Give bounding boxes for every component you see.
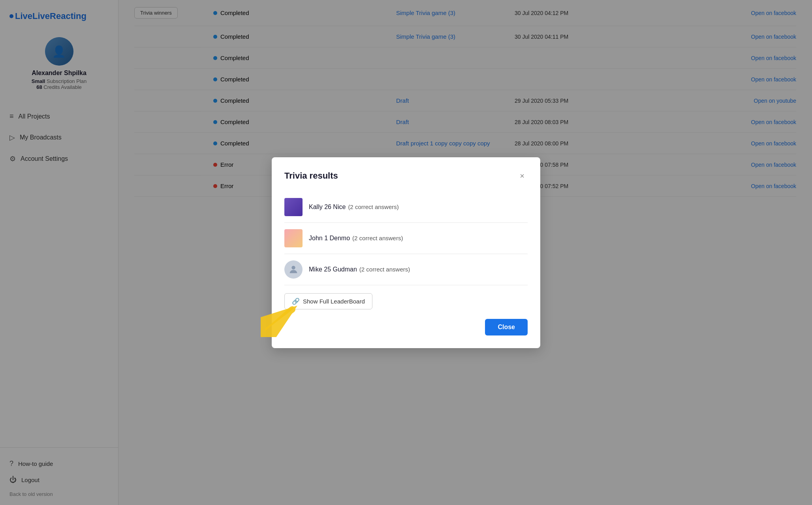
modal-overlay: Trivia results × Kally 26 Nice (2 correc… xyxy=(0,0,812,505)
winner-info: John 1 Denmo (2 correct answers) xyxy=(309,235,403,242)
winner-avatar-person xyxy=(284,260,303,279)
winner-info: Kally 26 Nice (2 correct answers) xyxy=(309,204,399,211)
winner-name: Kally 26 Nice xyxy=(309,204,346,211)
winner-score: (2 correct answers) xyxy=(348,204,398,210)
modal-close-button[interactable]: × xyxy=(517,170,528,182)
winner-info: Mike 25 Gudman (2 correct answers) xyxy=(309,266,410,273)
modal-title: Trivia results xyxy=(284,171,338,181)
winner-row: John 1 Denmo (2 correct answers) xyxy=(284,223,528,254)
link-icon: 🔗 xyxy=(292,298,300,305)
winner-name: John 1 Denmo xyxy=(309,235,350,242)
trivia-results-modal: Trivia results × Kally 26 Nice (2 correc… xyxy=(272,157,540,348)
winner-row: Kally 26 Nice (2 correct answers) xyxy=(284,192,528,223)
svg-point-0 xyxy=(291,266,295,269)
modal-close-action-button[interactable]: Close xyxy=(485,319,528,335)
show-leaderboard-button[interactable]: 🔗 Show Full LeaderBoard xyxy=(284,293,372,309)
winner-name: Mike 25 Gudman xyxy=(309,266,357,273)
leaderboard-btn-label: Show Full LeaderBoard xyxy=(303,298,365,305)
winner-avatar-gradient xyxy=(284,229,303,247)
modal-header: Trivia results × xyxy=(284,170,528,182)
winner-score: (2 correct answers) xyxy=(352,235,403,241)
winner-row: Mike 25 Gudman (2 correct answers) xyxy=(284,254,528,285)
modal-footer: Close xyxy=(284,319,528,335)
winner-avatar-purple xyxy=(284,198,303,216)
winner-score: (2 correct answers) xyxy=(359,266,410,273)
